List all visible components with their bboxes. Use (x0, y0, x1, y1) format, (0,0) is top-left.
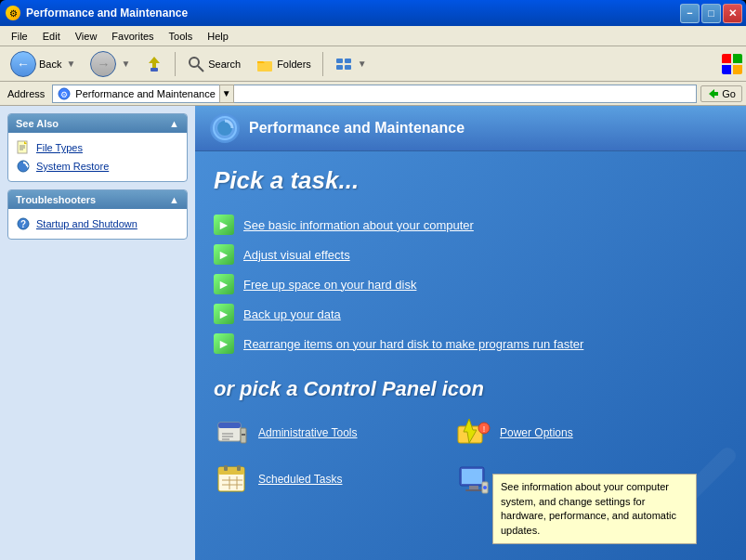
svg-rect-8 (336, 65, 343, 70)
address-dropdown[interactable]: ▼ (219, 85, 234, 103)
svg-rect-37 (224, 465, 228, 471)
sidebar: See Also ▲ File Types (0, 106, 195, 560)
close-button[interactable]: ✕ (723, 4, 742, 23)
file-types-link[interactable]: File Types (16, 138, 179, 157)
main-area: See Also ▲ File Types (0, 106, 746, 560)
go-arrow-icon (707, 87, 720, 100)
folders-label: Folders (277, 59, 311, 70)
troubleshooters-collapse-icon: ▲ (169, 194, 179, 205)
admin-tools-label: Administrative Tools (258, 426, 358, 439)
back-dropdown-icon[interactable]: ▼ (66, 59, 75, 69)
folders-button[interactable]: Folders (249, 51, 318, 77)
task-item-4[interactable]: ► Rearrange items on your hard disk to m… (214, 329, 727, 358)
content-header: Performance and Maintenance (195, 106, 746, 151)
minimize-button[interactable]: − (680, 4, 700, 23)
back-circle: ← (10, 51, 36, 77)
power-options-label: Power Options (500, 426, 573, 439)
task-arrow-1: ► (214, 244, 234, 265)
task-label-3: Back up your data (243, 307, 341, 321)
forward-dropdown-icon[interactable]: ▼ (121, 59, 130, 69)
svg-rect-38 (237, 465, 241, 471)
toolbar: ← Back ▼ → ▼ Search (0, 46, 746, 82)
address-value: Performance and Maintenance (75, 88, 215, 99)
system-tooltip: See information about your computer syst… (492, 474, 697, 544)
svg-rect-46 (465, 489, 482, 491)
search-button[interactable]: Search (180, 51, 247, 77)
search-label: Search (208, 59, 241, 70)
svg-rect-9 (345, 65, 351, 70)
forward-button[interactable]: → ▼ (84, 47, 137, 81)
content-panel: Performance and Maintenance Pick a task.… (195, 106, 746, 560)
go-button[interactable]: Go (700, 85, 742, 102)
startup-shutdown-link[interactable]: ? Startup and Shutdown (16, 215, 179, 233)
svg-rect-27 (242, 434, 245, 436)
content-header-icon (210, 113, 240, 143)
scheduled-tasks-icon (214, 461, 251, 498)
svg-rect-45 (469, 486, 478, 489)
menu-file[interactable]: File (4, 29, 35, 44)
file-types-label: File Types (36, 142, 83, 153)
system-icon (455, 461, 492, 498)
task-arrow-2: ► (214, 274, 234, 294)
icons-grid: Administrative Tools ! Power Options (214, 414, 678, 498)
task-item-0[interactable]: ► See basic information about your compu… (214, 210, 727, 240)
folders-icon (255, 55, 274, 73)
menu-view[interactable]: View (68, 29, 105, 44)
task-item-1[interactable]: ► Adjust visual effects (214, 240, 727, 269)
menu-help[interactable]: Help (200, 29, 236, 44)
task-label-2: Free up space on your hard disk (243, 278, 416, 292)
forward-circle: → (90, 51, 116, 77)
troubleshooters-section: Troubleshooters ▲ ? Startup and Shutdown (7, 189, 188, 240)
task-item-2[interactable]: ► Free up space on your hard disk (214, 269, 727, 299)
address-bar: Address ⚙ Performance and Maintenance ▼ … (0, 82, 746, 106)
toolbar-separator-1 (175, 52, 176, 76)
startup-shutdown-icon: ? (16, 216, 31, 231)
system-restore-label: System Restore (36, 161, 109, 172)
content-header-title: Performance and Maintenance (249, 120, 465, 137)
svg-rect-25 (218, 423, 241, 428)
xp-flag-area (722, 54, 742, 74)
or-pick-title: or pick a Control Panel icon (214, 377, 727, 401)
up-button[interactable] (138, 51, 170, 77)
views-button[interactable]: ▼ (328, 51, 373, 77)
scheduled-tasks-label: Scheduled Tasks (258, 473, 343, 486)
menu-tools[interactable]: Tools (162, 29, 201, 44)
svg-rect-44 (462, 469, 482, 484)
task-label-4: Rearrange items on your hard disk to mak… (243, 337, 583, 351)
svg-marker-12 (709, 89, 718, 98)
file-types-icon (16, 140, 31, 155)
svg-marker-1 (149, 57, 160, 63)
scheduled-tasks-item[interactable]: Scheduled Tasks (214, 461, 437, 498)
address-label: Address (4, 88, 48, 99)
admin-tools-item[interactable]: Administrative Tools (214, 414, 437, 451)
see-also-section: See Also ▲ File Types (7, 113, 188, 182)
task-label-0: See basic information about your compute… (243, 218, 474, 232)
menu-edit[interactable]: Edit (35, 29, 68, 44)
xp-flag (722, 54, 742, 74)
svg-point-3 (190, 58, 199, 67)
task-arrow-0: ► (214, 215, 234, 235)
title-bar-left: ⚙ Performance and Maintenance (6, 6, 188, 20)
svg-point-48 (483, 486, 487, 489)
svg-text:!: ! (483, 424, 486, 434)
system-restore-link[interactable]: System Restore (16, 157, 179, 176)
up-icon (145, 55, 164, 73)
title-bar: ⚙ Performance and Maintenance − □ ✕ (0, 0, 746, 26)
svg-text:⚙: ⚙ (60, 90, 68, 99)
troubleshooters-title: Troubleshooters (16, 194, 96, 205)
back-button[interactable]: ← Back ▼ (4, 47, 82, 81)
power-options-icon: ! (455, 414, 492, 451)
views-dropdown-icon[interactable]: ▼ (358, 59, 367, 69)
troubleshooters-header[interactable]: Troubleshooters ▲ (8, 190, 187, 209)
task-arrow-4: ► (214, 333, 234, 354)
task-item-3[interactable]: ► Back up your data (214, 299, 727, 329)
maximize-button[interactable]: □ (701, 4, 721, 23)
see-also-header[interactable]: See Also ▲ (8, 114, 187, 133)
menu-favorites[interactable]: Favorites (104, 29, 161, 44)
back-label: Back (39, 59, 61, 70)
title-buttons: − □ ✕ (680, 4, 742, 23)
see-also-collapse-icon: ▲ (169, 118, 179, 129)
views-icon (334, 55, 353, 73)
admin-tools-icon (214, 414, 251, 451)
tasks-list: ► See basic information about your compu… (214, 210, 727, 358)
